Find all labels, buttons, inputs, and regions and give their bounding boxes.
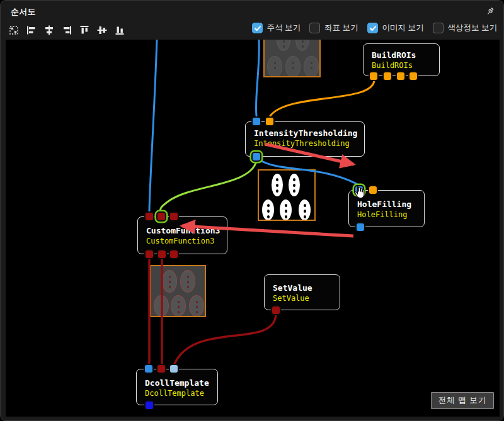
port-buildrois-out2[interactable]	[382, 71, 392, 81]
port-intensitythresholding-out1[interactable]	[251, 152, 261, 162]
wire-to-intensitythresholding-input[interactable]	[256, 40, 259, 116]
port-dcolltemplate-out1[interactable]	[144, 400, 154, 410]
port-buildrois-out4[interactable]	[408, 71, 418, 81]
fit-selection-icon[interactable]	[7, 23, 21, 37]
port-customfunction3-out2[interactable]	[157, 249, 167, 259]
align-top-icon[interactable]	[77, 23, 91, 37]
node-subtitle: CustomFunction3	[146, 236, 227, 246]
checkbox-label: 이미지 보기	[382, 23, 424, 33]
port-dcolltemplate-in3[interactable]	[169, 364, 179, 374]
checkbox-colorinfo-view[interactable]: 색상정보 보기	[433, 23, 497, 33]
checkbox-coordinate-view[interactable]: 좌표 보기	[309, 23, 358, 33]
port-intensitythresholding-in2[interactable]	[265, 116, 275, 126]
align-left-icon[interactable]	[25, 23, 38, 37]
wire-setvalue-to-dcolltemplate[interactable]	[175, 315, 276, 364]
node-title: SetValue	[273, 283, 340, 293]
port-customfunction3-out3[interactable]	[169, 249, 179, 259]
arrow-layer	[6, 40, 500, 417]
align-center-vertical-icon[interactable]	[42, 23, 56, 37]
port-intensitythresholding-in1[interactable]	[251, 116, 261, 126]
node-subtitle: DcollTemplate	[145, 388, 217, 398]
wire-to-customfunction3-input1[interactable]	[149, 40, 157, 211]
node-subtitle: HoleFilling	[357, 210, 424, 220]
node-intensitythresholding[interactable]: IntensityThresholding IntensityThreshold…	[245, 121, 365, 157]
node-customfunction3[interactable]: CustomFunction3 CustomFunction3	[137, 216, 227, 254]
checkbox-icon[interactable]	[433, 23, 444, 33]
align-tools	[7, 23, 127, 37]
node-title: CustomFunction3	[146, 225, 227, 236]
checkbox-label: 좌표 보기	[324, 23, 358, 33]
image-thumbnail-gray	[150, 265, 206, 317]
checkbox-label: 색상정보 보기	[448, 23, 497, 33]
port-dcolltemplate-in2[interactable]	[156, 364, 166, 374]
node-title: DcollTemplate	[145, 378, 217, 388]
node-subtitle: BuildROIs	[372, 60, 439, 70]
checkbox-image-view[interactable]: 이미지 보기	[367, 23, 424, 33]
hand-cursor-icon	[351, 183, 367, 201]
view-options: 주석 보기 좌표 보기 이미지 보기 색상정보 보기	[252, 23, 497, 33]
toolbar: 주석 보기 좌표 보기 이미지 보기 색상정보 보기	[1, 21, 503, 40]
flowchart-panel: 순서도	[0, 0, 504, 421]
port-customfunction3-in1[interactable]	[144, 211, 154, 222]
port-customfunction3-in3[interactable]	[169, 211, 179, 222]
port-setvalue-out1[interactable]	[271, 305, 281, 315]
node-title: BuildROIs	[372, 50, 439, 60]
node-subtitle: IntensityThresholding	[254, 138, 364, 149]
checkbox-icon[interactable]	[309, 23, 320, 33]
align-right-icon[interactable]	[60, 23, 74, 37]
align-center-horizontal-icon[interactable]	[95, 23, 109, 37]
port-customfunction3-in2[interactable]	[156, 211, 166, 222]
full-map-button[interactable]: 전체 맵 보기	[431, 392, 494, 409]
port-customfunction3-out1[interactable]	[144, 249, 154, 259]
wire-intensitythresholding-to-customfunction3[interactable]	[160, 161, 256, 213]
align-bottom-icon[interactable]	[113, 23, 127, 37]
port-dcolltemplate-in1[interactable]	[144, 364, 154, 374]
pushpin-icon[interactable]	[484, 6, 496, 17]
port-holefilling-out1[interactable]	[355, 222, 365, 232]
node-subtitle: SetValue	[273, 293, 340, 303]
image-thumbnail-source	[263, 40, 321, 77]
checkbox-icon[interactable]	[252, 23, 263, 33]
flowchart-canvas[interactable]: BuildROIs BuildROIs IntensityThresholdin…	[6, 40, 500, 417]
checkbox-label: 주석 보기	[267, 23, 301, 33]
panel-title: 순서도	[11, 6, 36, 18]
port-holefilling-in2[interactable]	[368, 185, 378, 195]
port-buildrois-out1[interactable]	[369, 71, 379, 81]
port-buildrois-out3[interactable]	[396, 71, 406, 81]
checkbox-icon[interactable]	[367, 23, 378, 33]
checkbox-annotation-view[interactable]: 주석 보기	[252, 23, 301, 33]
titlebar: 순서도	[1, 1, 503, 21]
wire-buildrois-to-intensitythresholding[interactable]	[270, 81, 374, 116]
node-title: IntensityThresholding	[254, 128, 364, 138]
wire-layer	[6, 40, 500, 417]
image-thumbnail-binary	[258, 169, 316, 221]
